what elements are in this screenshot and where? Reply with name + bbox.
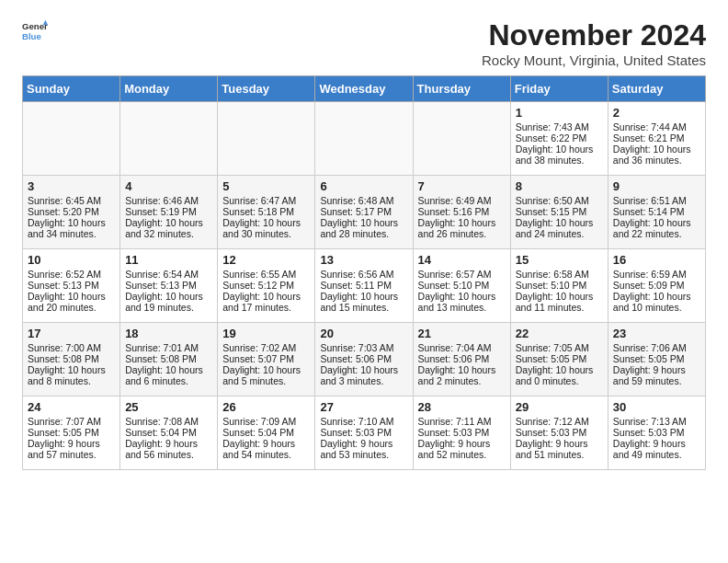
cell-info-line: Daylight: 10 hours and 10 minutes. <box>613 291 700 313</box>
cell-info-line: Sunset: 5:05 PM <box>613 353 700 364</box>
cell-info-line: Sunset: 5:17 PM <box>320 206 407 217</box>
cell-info-line: Sunrise: 7:10 AM <box>320 416 407 427</box>
cell-info-line: Daylight: 9 hours and 49 minutes. <box>613 438 700 460</box>
cell-info-line: Daylight: 10 hours and 36 minutes. <box>613 144 700 166</box>
cell-info-line: Sunset: 5:03 PM <box>320 427 407 438</box>
day-number: 12 <box>222 253 310 267</box>
calendar-cell: 14Sunrise: 6:57 AMSunset: 5:10 PMDayligh… <box>413 249 510 323</box>
calendar-cell: 16Sunrise: 6:59 AMSunset: 5:09 PMDayligh… <box>608 249 705 323</box>
calendar-cell: 17Sunrise: 7:00 AMSunset: 5:08 PMDayligh… <box>23 323 120 396</box>
calendar-cell: 5Sunrise: 6:47 AMSunset: 5:18 PMDaylight… <box>218 176 315 249</box>
calendar-cell: 10Sunrise: 6:52 AMSunset: 5:13 PMDayligh… <box>23 249 120 323</box>
cell-info-line: Sunset: 5:13 PM <box>125 280 212 291</box>
title-block: November 2024 Rocky Mount, Virginia, Uni… <box>482 18 706 68</box>
cell-info-line: Sunset: 5:11 PM <box>320 280 407 291</box>
day-number: 28 <box>418 400 506 414</box>
cell-info-line: Daylight: 10 hours and 34 minutes. <box>28 217 115 239</box>
calendar-cell: 4Sunrise: 6:46 AMSunset: 5:19 PMDaylight… <box>120 176 218 249</box>
cell-info-line: Sunrise: 7:02 AM <box>222 342 310 353</box>
cell-info-line: Sunset: 5:18 PM <box>222 206 310 217</box>
cell-info-line: Sunrise: 6:57 AM <box>418 269 506 280</box>
cell-info-line: Daylight: 9 hours and 54 minutes. <box>222 438 310 460</box>
cell-info-line: Sunrise: 6:50 AM <box>516 195 603 206</box>
cell-info-line: Daylight: 9 hours and 52 minutes. <box>418 438 506 460</box>
cell-info-line: Sunrise: 7:06 AM <box>613 342 700 353</box>
day-number: 17 <box>28 327 115 340</box>
day-number: 27 <box>320 400 407 414</box>
cell-info-line: Daylight: 10 hours and 11 minutes. <box>516 291 603 313</box>
calendar-cell: 28Sunrise: 7:11 AMSunset: 5:03 PMDayligh… <box>413 396 510 470</box>
cell-info-line: Sunset: 5:04 PM <box>125 427 212 438</box>
cell-info-line: Daylight: 10 hours and 17 minutes. <box>222 291 310 313</box>
logo-icon: General Blue <box>22 18 48 44</box>
day-number: 5 <box>222 179 310 193</box>
cell-info-line: Sunrise: 6:49 AM <box>418 195 506 206</box>
cell-info-line: Daylight: 10 hours and 22 minutes. <box>613 217 700 239</box>
day-number: 16 <box>613 253 700 267</box>
cell-info-line: Sunset: 5:10 PM <box>516 280 603 291</box>
day-header-tuesday: Tuesday <box>218 76 315 102</box>
cell-info-line: Sunset: 5:04 PM <box>222 427 310 438</box>
calendar-cell <box>413 102 510 176</box>
cell-info-line: Daylight: 10 hours and 0 minutes. <box>516 364 603 386</box>
cell-info-line: Sunrise: 7:11 AM <box>418 416 506 427</box>
calendar-week-row: 3Sunrise: 6:45 AMSunset: 5:20 PMDaylight… <box>23 176 706 249</box>
cell-info-line: Daylight: 9 hours and 57 minutes. <box>28 438 115 460</box>
day-number: 18 <box>125 327 212 340</box>
day-number: 22 <box>516 327 603 340</box>
day-number: 3 <box>28 179 115 193</box>
day-number: 21 <box>418 327 506 340</box>
calendar-header-row: SundayMondayTuesdayWednesdayThursdayFrid… <box>23 76 706 102</box>
cell-info-line: Sunset: 6:21 PM <box>613 132 700 144</box>
month-year-title: November 2024 <box>482 18 706 52</box>
day-number: 2 <box>613 106 700 120</box>
cell-info-line: Sunset: 5:16 PM <box>418 206 506 217</box>
cell-info-line: Sunrise: 7:04 AM <box>418 342 506 353</box>
cell-info-line: Sunset: 5:12 PM <box>222 280 310 291</box>
day-number: 26 <box>222 400 310 414</box>
cell-info-line: Sunset: 5:10 PM <box>418 280 506 291</box>
cell-info-line: Sunset: 5:08 PM <box>28 353 115 364</box>
calendar-cell: 9Sunrise: 6:51 AMSunset: 5:14 PMDaylight… <box>608 176 705 249</box>
day-number: 19 <box>222 327 310 340</box>
cell-info-line: Sunset: 5:14 PM <box>613 206 700 217</box>
cell-info-line: Sunrise: 7:05 AM <box>516 342 603 353</box>
day-number: 7 <box>418 179 506 193</box>
day-number: 9 <box>613 179 700 193</box>
cell-info-line: Sunset: 5:20 PM <box>28 206 115 217</box>
cell-info-line: Sunrise: 6:59 AM <box>613 269 700 280</box>
calendar-cell: 7Sunrise: 6:49 AMSunset: 5:16 PMDaylight… <box>413 176 510 249</box>
cell-info-line: Daylight: 10 hours and 24 minutes. <box>516 217 603 239</box>
day-header-sunday: Sunday <box>23 76 120 102</box>
calendar-cell: 25Sunrise: 7:08 AMSunset: 5:04 PMDayligh… <box>120 396 218 470</box>
cell-info-line: Sunset: 6:22 PM <box>516 132 603 144</box>
calendar-cell: 12Sunrise: 6:55 AMSunset: 5:12 PMDayligh… <box>218 249 315 323</box>
cell-info-line: Daylight: 10 hours and 26 minutes. <box>418 217 506 239</box>
calendar-cell: 26Sunrise: 7:09 AMSunset: 5:04 PMDayligh… <box>218 396 315 470</box>
svg-text:General: General <box>22 21 48 31</box>
calendar-cell <box>315 102 413 176</box>
day-number: 8 <box>516 179 603 193</box>
day-number: 11 <box>125 253 212 267</box>
cell-info-line: Sunset: 5:03 PM <box>418 427 506 438</box>
calendar-cell: 1Sunrise: 7:43 AMSunset: 6:22 PMDaylight… <box>510 102 608 176</box>
svg-text:Blue: Blue <box>22 31 41 41</box>
day-number: 10 <box>28 253 115 267</box>
cell-info-line: Daylight: 10 hours and 32 minutes. <box>125 217 212 239</box>
calendar-cell <box>23 102 120 176</box>
cell-info-line: Sunrise: 7:07 AM <box>28 416 115 427</box>
cell-info-line: Daylight: 10 hours and 13 minutes. <box>418 291 506 313</box>
page-header: General Blue November 2024 Rocky Mount, … <box>22 18 706 68</box>
cell-info-line: Daylight: 9 hours and 59 minutes. <box>613 364 700 386</box>
calendar-week-row: 24Sunrise: 7:07 AMSunset: 5:05 PMDayligh… <box>23 396 706 470</box>
cell-info-line: Sunrise: 7:09 AM <box>222 416 310 427</box>
calendar-cell: 21Sunrise: 7:04 AMSunset: 5:06 PMDayligh… <box>413 323 510 396</box>
cell-info-line: Daylight: 9 hours and 51 minutes. <box>516 438 603 460</box>
calendar-cell <box>120 102 218 176</box>
calendar-cell: 8Sunrise: 6:50 AMSunset: 5:15 PMDaylight… <box>510 176 608 249</box>
calendar-cell: 6Sunrise: 6:48 AMSunset: 5:17 PMDaylight… <box>315 176 413 249</box>
calendar-cell: 19Sunrise: 7:02 AMSunset: 5:07 PMDayligh… <box>218 323 315 396</box>
cell-info-line: Sunrise: 7:43 AM <box>516 121 603 132</box>
cell-info-line: Sunrise: 7:08 AM <box>125 416 212 427</box>
cell-info-line: Daylight: 10 hours and 3 minutes. <box>320 364 407 386</box>
